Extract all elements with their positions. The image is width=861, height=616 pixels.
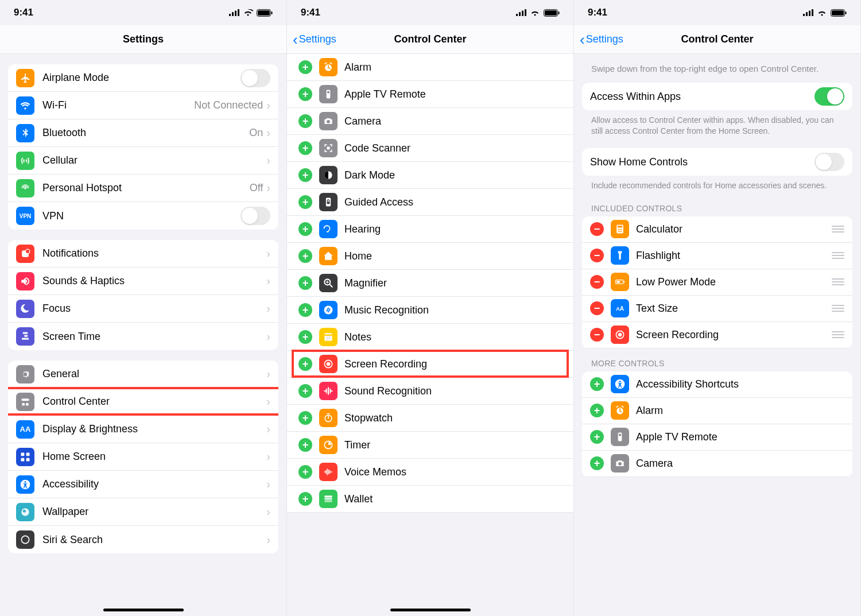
- control-row-voice-memos[interactable]: +Voice Memos: [287, 459, 573, 486]
- control-row-sound-recognition[interactable]: +Sound Recognition: [287, 378, 573, 405]
- accessibility-icon: [611, 375, 629, 393]
- add-button[interactable]: +: [590, 430, 604, 444]
- control-row-alarm[interactable]: +Alarm: [287, 54, 573, 81]
- svg-point-61: [621, 231, 622, 233]
- settings-row-sounds-haptics[interactable]: Sounds & Haptics›: [8, 268, 278, 295]
- add-button[interactable]: +: [298, 195, 312, 209]
- plus-icon: +: [302, 197, 309, 207]
- settings-row-accessibility[interactable]: Accessibility›: [8, 471, 278, 498]
- control-row-apple-tv-remote[interactable]: +Apple TV Remote: [287, 81, 573, 108]
- add-button[interactable]: +: [298, 411, 312, 425]
- settings-row-wi-fi[interactable]: Wi-FiNot Connected›: [8, 92, 278, 119]
- add-button[interactable]: +: [298, 303, 312, 317]
- control-row-flashlight[interactable]: −Flashlight: [582, 243, 852, 269]
- show-home-controls-row[interactable]: Show Home Controls: [582, 148, 852, 176]
- add-button[interactable]: +: [298, 87, 312, 101]
- cc-add-content[interactable]: +Alarm+Apple TV Remote+Camera+Code Scann…: [287, 54, 573, 616]
- add-button[interactable]: +: [298, 492, 312, 506]
- add-button[interactable]: +: [298, 330, 312, 344]
- add-button[interactable]: +: [298, 384, 312, 398]
- control-row-accessibility-shortcuts[interactable]: +Accessibility Shortcuts: [582, 371, 852, 398]
- add-button[interactable]: +: [590, 377, 604, 391]
- settings-row-notifications[interactable]: Notifications›: [8, 240, 278, 268]
- home-controls-toggle[interactable]: [815, 153, 844, 171]
- access-within-apps-row[interactable]: Access Within Apps: [582, 83, 852, 110]
- add-button[interactable]: +: [298, 168, 312, 182]
- settings-row-bluetooth[interactable]: BluetoothOn›: [8, 119, 278, 147]
- drag-handle-icon[interactable]: [832, 278, 844, 285]
- remove-button[interactable]: −: [590, 328, 604, 342]
- settings-row-focus[interactable]: Focus›: [8, 295, 278, 323]
- control-row-screen-recording[interactable]: +Screen Recording: [287, 351, 573, 378]
- control-row-home[interactable]: +Home: [287, 243, 573, 270]
- control-row-dark-mode[interactable]: +Dark Mode: [287, 162, 573, 189]
- svg-point-11: [22, 402, 25, 405]
- settings-row-home-screen[interactable]: Home Screen›: [8, 443, 278, 471]
- control-row-hearing[interactable]: +Hearing: [287, 216, 573, 243]
- add-button[interactable]: +: [298, 465, 312, 479]
- svg-point-41: [327, 362, 331, 366]
- add-button[interactable]: +: [298, 249, 312, 263]
- add-button[interactable]: +: [298, 276, 312, 290]
- control-row-notes[interactable]: +Notes: [287, 324, 573, 351]
- camera-icon: [319, 112, 338, 130]
- control-row-screen-recording[interactable]: −Screen Recording: [582, 322, 852, 348]
- add-button[interactable]: +: [298, 438, 312, 452]
- control-row-code-scanner[interactable]: +Code Scanner: [287, 135, 573, 162]
- control-row-low-power-mode[interactable]: −Low Power Mode: [582, 269, 852, 296]
- drag-handle-icon[interactable]: [832, 331, 844, 338]
- control-row-alarm[interactable]: +Alarm: [582, 398, 852, 424]
- drag-handle-icon[interactable]: [832, 252, 844, 259]
- settings-row-airplane-mode[interactable]: Airplane Mode: [8, 64, 278, 92]
- back-button[interactable]: ‹ Settings: [580, 32, 623, 47]
- control-row-apple-tv-remote[interactable]: +Apple TV Remote: [582, 424, 852, 451]
- control-row-camera[interactable]: +Camera: [582, 451, 852, 477]
- control-row-calculator[interactable]: −Calculator: [582, 216, 852, 243]
- settings-row-siri-search[interactable]: Siri & Search›: [8, 526, 278, 553]
- control-label: Apple TV Remote: [636, 431, 844, 443]
- settings-row-personal-hotspot[interactable]: Personal HotspotOff›: [8, 175, 278, 202]
- add-button[interactable]: +: [298, 60, 312, 74]
- add-button[interactable]: +: [590, 456, 604, 470]
- control-row-wallet[interactable]: +Wallet: [287, 486, 573, 513]
- status-time: 9:41: [301, 7, 320, 18]
- drag-handle-icon[interactable]: [832, 226, 844, 233]
- settings-row-vpn[interactable]: VPNVPN: [8, 202, 278, 230]
- settings-row-general[interactable]: General›: [8, 361, 278, 388]
- add-button[interactable]: +: [298, 357, 312, 371]
- svg-point-18: [25, 481, 26, 482]
- toggle[interactable]: [241, 207, 270, 225]
- access-toggle[interactable]: [815, 87, 844, 106]
- settings-row-control-center[interactable]: Control Center›: [8, 388, 278, 416]
- svg-rect-16: [26, 458, 30, 461]
- toggle[interactable]: [241, 69, 270, 87]
- remove-button[interactable]: −: [590, 222, 604, 236]
- remove-button[interactable]: −: [590, 275, 604, 289]
- settings-row-display-brightness[interactable]: AADisplay & Brightness›: [8, 416, 278, 443]
- cc-main-content[interactable]: Swipe down from the top-right edge to op…: [574, 54, 860, 616]
- control-row-text-size[interactable]: −AAText Size: [582, 296, 852, 322]
- svg-point-59: [618, 231, 619, 233]
- remove-button[interactable]: −: [590, 301, 604, 315]
- control-row-timer[interactable]: +Timer: [287, 432, 573, 459]
- settings-row-screen-time[interactable]: Screen Time›: [8, 323, 278, 350]
- control-row-stopwatch[interactable]: +Stopwatch: [287, 405, 573, 432]
- back-button[interactable]: ‹ Settings: [293, 32, 336, 47]
- add-button[interactable]: +: [298, 141, 312, 155]
- add-button[interactable]: +: [590, 404, 604, 417]
- remove-button[interactable]: −: [590, 249, 604, 262]
- settings-content[interactable]: Airplane ModeWi-FiNot Connected›Bluetoot…: [0, 54, 286, 616]
- control-row-magnifier[interactable]: +Magnifier: [287, 270, 573, 297]
- control-row-camera[interactable]: +Camera: [287, 108, 573, 135]
- settings-row-wallpaper[interactable]: Wallpaper›: [8, 498, 278, 526]
- drag-handle-icon[interactable]: [832, 305, 844, 312]
- page-title: Settings: [123, 33, 164, 45]
- control-row-music-recognition[interactable]: +Music Recognition: [287, 297, 573, 324]
- settings-row-cellular[interactable]: Cellular›: [8, 147, 278, 175]
- control-row-guided-access[interactable]: +Guided Access: [287, 189, 573, 216]
- control-label: Text Size: [636, 303, 826, 315]
- add-button[interactable]: +: [298, 222, 312, 236]
- add-button[interactable]: +: [298, 114, 312, 128]
- control-label: Code Scanner: [344, 142, 565, 154]
- chevron-right-icon: ›: [266, 330, 270, 343]
